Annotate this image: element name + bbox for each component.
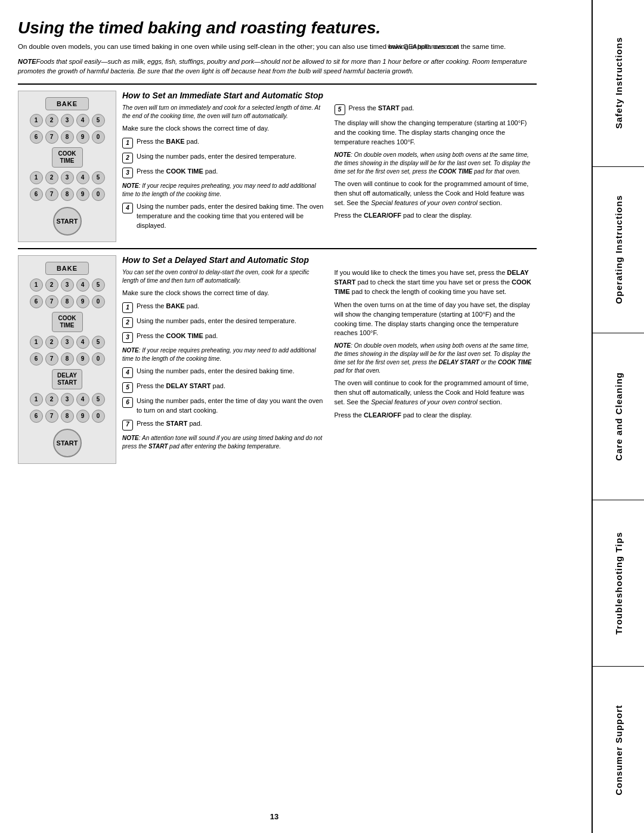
step-num: 5 <box>335 104 345 115</box>
num-btn: 6 <box>30 352 43 366</box>
section1-note-right: NOTE: On double oven models, when using … <box>335 151 537 176</box>
step-text: Using the number pads, enter the time of… <box>137 397 325 416</box>
sidebar-label-operating: Operating Instructions <box>614 195 624 304</box>
num-btn: 8 <box>61 131 74 144</box>
bake-button-1: BAKE <box>45 97 89 110</box>
section2-steps-right: If you would like to check the times you… <box>335 268 537 454</box>
step-2-2: 2 Using the number pads, enter the desir… <box>122 317 325 328</box>
sidebar-section-operating: Operating Instructions <box>593 167 644 334</box>
num-btn: 6 <box>30 188 43 201</box>
num-row-2-2: 6 7 8 9 0 <box>30 295 105 308</box>
delay-start-button: DELAYSTART <box>52 369 82 389</box>
sidebar-label-troubleshooting: Troubleshooting Tips <box>614 532 624 634</box>
num-row-2-4: 6 7 8 9 0 <box>30 352 105 366</box>
step-num: 3 <box>122 332 133 343</box>
right-sidebar: Safety Instructions Operating Instructio… <box>592 0 644 833</box>
step-text: Using the number pads, enter the desired… <box>137 367 295 378</box>
num-btn: 3 <box>61 393 74 406</box>
num-btn: 7 <box>45 410 58 423</box>
num-btn: 4 <box>76 278 89 292</box>
num-btn: 9 <box>76 295 89 308</box>
num-btn: 4 <box>76 336 89 349</box>
num-btn: 9 <box>76 131 89 144</box>
num-btn: 4 <box>76 114 89 127</box>
step-text: Press the BAKE pad. <box>137 302 199 313</box>
num-btn: 8 <box>61 295 74 308</box>
step-num: 1 <box>122 138 133 148</box>
num-btn: 0 <box>92 131 105 144</box>
num-btn: 0 <box>92 295 105 308</box>
oven-panel-1: BAKE 1 2 3 4 5 6 7 8 9 0 COOKTIME 1 <box>18 91 116 242</box>
step-2-6: 6 Using the number pads, enter the time … <box>122 397 325 416</box>
num-row-2-3: 1 2 3 4 5 <box>30 336 105 349</box>
num-btn: 2 <box>45 114 58 127</box>
cook-time-button-1: COOKTIME <box>52 147 83 168</box>
num-row-1-4: 6 7 8 9 0 <box>30 188 105 201</box>
section1-right-para3: Press the CLEAR/OFF pad to clear the dis… <box>335 211 537 221</box>
num-btn: 9 <box>76 352 89 366</box>
step-2-5: 5 Press the DELAY START pad. <box>122 382 325 393</box>
step-text: Press the BAKE pad. <box>137 137 199 148</box>
step-1-2: 2 Using the number pads, enter the desir… <box>122 152 325 163</box>
num-btn: 8 <box>61 352 74 366</box>
note-body: Foods that spoil easily—such as milk, eg… <box>18 58 527 75</box>
section2-right-para1: If you would like to check the times you… <box>335 268 537 297</box>
step-2-4: 4 Using the number pads, enter the desir… <box>122 367 325 378</box>
num-btn: 8 <box>61 410 74 423</box>
section2-title: How to Set a Delayed Start and Automatic… <box>122 255 537 265</box>
section2-steps-left: You can set the oven control to delay-st… <box>122 268 325 454</box>
num-row-1-1: 1 2 3 4 5 <box>30 114 105 127</box>
step-num: 2 <box>122 317 133 328</box>
step-text: Using the number pads, enter the desired… <box>137 152 296 163</box>
num-btn: 3 <box>61 114 74 127</box>
step-text: Press the COOK TIME pad. <box>137 167 218 178</box>
start-button-2: START <box>53 429 82 457</box>
num-row-2-5: 1 2 3 4 5 <box>30 393 105 406</box>
section1-right-para1: The display will show the changing tempe… <box>335 119 537 147</box>
step-text: Press the START pad. <box>137 419 202 431</box>
section2-note-bottom: NOTE: An attention tone will sound if yo… <box>122 434 325 451</box>
num-btn: 3 <box>61 278 74 292</box>
step-num: 4 <box>122 203 133 213</box>
num-btn: 2 <box>45 171 58 184</box>
num-btn: 7 <box>45 352 58 366</box>
step-num: 1 <box>122 302 133 313</box>
sidebar-section-troubleshooting: Troubleshooting Tips <box>593 500 644 667</box>
step-text: Press the COOK TIME pad. <box>137 332 218 343</box>
num-row-2-1: 1 2 3 4 5 <box>30 278 105 292</box>
num-btn: 1 <box>30 114 43 127</box>
section2-steps: You can set the oven control to delay-st… <box>122 268 537 454</box>
step-num: 6 <box>122 397 133 408</box>
num-btn: 5 <box>92 278 105 292</box>
section1-content: BAKE 1 2 3 4 5 6 7 8 9 0 COOKTIME 1 <box>18 91 537 242</box>
step-2-7: 7 Press the START pad. <box>122 419 325 431</box>
website-url: www.GEAppliances.com <box>388 43 459 50</box>
num-btn: 2 <box>45 336 58 349</box>
step-num: 5 <box>122 382 133 393</box>
sidebar-label-consumer: Consumer Support <box>614 705 624 795</box>
num-btn: 4 <box>76 171 89 184</box>
step-num: 3 <box>122 168 133 178</box>
section2-right-para3: The oven will continue to cook for the p… <box>335 379 537 407</box>
num-btn: 1 <box>30 336 43 349</box>
num-btn: 9 <box>76 188 89 201</box>
page-title: Using the timed baking and roasting feat… <box>18 18 537 38</box>
step-1-5: 5 Press the START pad. <box>335 104 537 115</box>
sidebar-label-safety: Safety Instructions <box>614 37 624 129</box>
note-paragraph: NOTEFoods that spoil easily—such as milk… <box>18 57 537 76</box>
num-btn: 7 <box>45 295 58 308</box>
step-1-4: 4 Using the number pads, enter the desir… <box>122 202 325 231</box>
start-button-1: START <box>53 207 82 236</box>
step-1-3: 3 Press the COOK TIME pad. <box>122 167 325 178</box>
section1-steps-left: The oven will turn on immediately and co… <box>122 104 325 234</box>
num-btn: 1 <box>30 393 43 406</box>
step-2-1: 1 Press the BAKE pad. <box>122 302 325 313</box>
step-1-1: 1 Press the BAKE pad. <box>122 137 325 148</box>
section1-right-para2: The oven will continue to cook for the p… <box>335 179 537 208</box>
section2-note-left: NOTE: If your recipe requires preheating… <box>122 346 325 363</box>
num-btn: 6 <box>30 410 43 423</box>
note-label: NOTE <box>18 58 36 65</box>
num-btn: 6 <box>30 295 43 308</box>
cook-time-button-2: COOKTIME <box>52 312 83 332</box>
num-row-1-2: 6 7 8 9 0 <box>30 131 105 144</box>
